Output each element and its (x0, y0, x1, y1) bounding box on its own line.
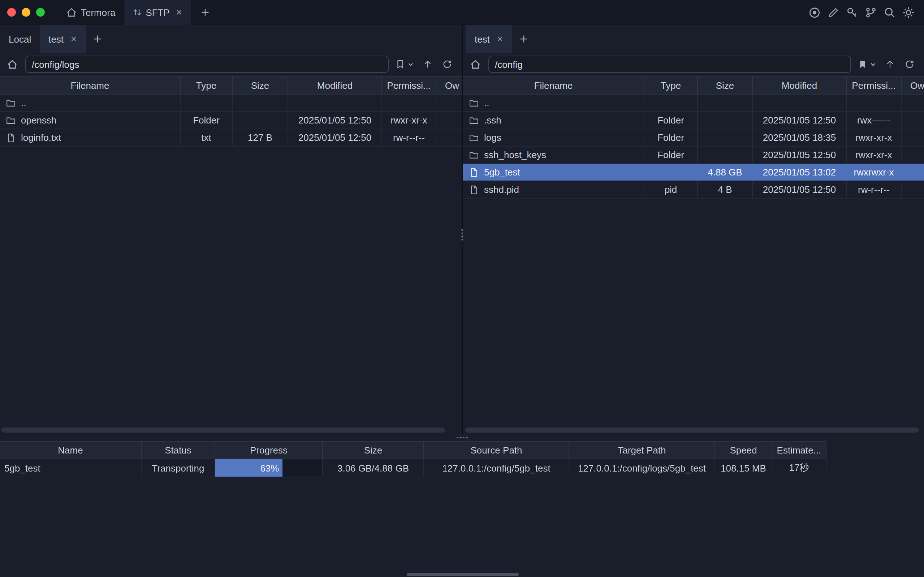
column-header-permissions[interactable]: Permissi... (382, 77, 436, 94)
file-row[interactable]: openssh Folder 2025/01/05 12:50 rwxr-xr-… (0, 112, 462, 129)
tab-test-left[interactable]: test (40, 25, 86, 53)
cell-size (233, 112, 288, 129)
zoom-window-button[interactable] (36, 8, 45, 17)
file-row[interactable]: loginfo.txt txt 127 B 2025/01/05 12:50 r… (0, 129, 462, 147)
parent-directory-button[interactable] (883, 57, 897, 71)
cell-modified: 2025/01/05 18:35 (753, 129, 847, 146)
right-pane: test Filename Typ (463, 25, 924, 434)
close-window-button[interactable] (7, 8, 16, 17)
bookmarks-button[interactable] (856, 57, 878, 71)
port-forwarding-button[interactable] (865, 6, 877, 18)
cell-type: txt (181, 129, 233, 146)
transfers-column-speed: Speed (715, 442, 772, 459)
cell-filename: sshd.pid (463, 181, 644, 198)
cell-filename: loginfo.txt (0, 129, 181, 146)
file-row[interactable]: .. (463, 95, 924, 112)
termora-window: Termora SFTP Local te (0, 0, 924, 577)
transfer-speed: 108.15 MB (715, 459, 772, 477)
transfer-progress-cell: 63% (215, 459, 323, 477)
file-row[interactable]: .. (0, 95, 462, 112)
column-header-size[interactable]: Size (233, 77, 288, 94)
column-header-owner[interactable]: Ow (436, 77, 462, 94)
cell-type: Folder (644, 129, 698, 146)
tab-local-label: Local (9, 34, 31, 44)
transfers-horizontal-scrollbar[interactable] (407, 573, 519, 576)
cell-size (698, 95, 753, 111)
horizontal-scrollbar[interactable] (2, 427, 445, 433)
transfer-name: 5gb_test (0, 459, 142, 477)
column-header-size[interactable]: Size (698, 77, 753, 94)
cell-type: pid (644, 181, 698, 198)
minimize-window-button[interactable] (22, 8, 31, 17)
left-pathbar (0, 53, 462, 76)
key-manager-button[interactable] (846, 6, 858, 18)
column-header-owner[interactable]: Ow (901, 77, 924, 94)
plus-icon (92, 34, 103, 44)
cell-filename: ssh_host_keys (463, 147, 644, 163)
file-name: 5gb_test (484, 167, 520, 178)
search-button[interactable] (884, 6, 896, 18)
transfer-estimate: 17秒 (772, 459, 826, 477)
cell-modified: 2025/01/05 12:50 (753, 147, 847, 163)
home-button[interactable] (468, 56, 483, 72)
file-row[interactable]: sshd.pid pid 4 B 2025/01/05 12:50 rw-r--… (463, 181, 924, 198)
folder-icon (469, 150, 479, 160)
right-pathbar (463, 53, 924, 76)
close-icon[interactable] (70, 35, 77, 43)
file-icon (469, 167, 479, 177)
tab-local[interactable]: Local (0, 25, 40, 53)
cell-type: Folder (644, 147, 698, 163)
column-header-filename[interactable]: Filename (0, 77, 181, 94)
transfers-splitter[interactable] (0, 434, 924, 441)
splitter-grip[interactable] (456, 437, 468, 439)
file-icon (6, 132, 16, 143)
bookmarks-button[interactable] (394, 57, 415, 71)
tab-sftp[interactable]: SFTP (123, 0, 191, 25)
cell-owner (901, 112, 924, 129)
file-row[interactable]: logs Folder 2025/01/05 18:35 rwxr-xr-x (463, 129, 924, 147)
horizontal-scrollbar[interactable] (465, 427, 919, 433)
new-terminal-tab-button[interactable] (198, 5, 213, 19)
new-sftp-tab-button[interactable] (86, 25, 109, 53)
file-icon (469, 184, 479, 195)
macro-record-button[interactable] (808, 6, 821, 18)
path-input[interactable] (25, 56, 389, 73)
column-header-type[interactable]: Type (644, 77, 698, 94)
settings-button[interactable] (902, 6, 914, 18)
cell-permissions: rwxr-xr-x (382, 112, 436, 129)
cell-owner (901, 129, 924, 146)
tab-termora[interactable]: Termora (58, 0, 123, 25)
column-header-permissions[interactable]: Permissi... (847, 77, 901, 94)
new-sftp-tab-button[interactable] (512, 25, 535, 53)
path-input[interactable] (489, 56, 851, 73)
cell-filename: 5gb_test (463, 164, 644, 181)
cell-permissions: rwxr-xr-x (847, 129, 901, 146)
file-row[interactable]: ssh_host_keys Folder 2025/01/05 12:50 rw… (463, 147, 924, 164)
cell-permissions: rw-r--r-- (847, 181, 901, 198)
home-button[interactable] (4, 56, 20, 72)
bookmark-icon (858, 59, 868, 69)
left-pane-tabs: Local test (0, 25, 462, 53)
transfer-row[interactable]: 5gb_test Transporting 63% 3.06 GB/4.88 G… (0, 459, 826, 477)
refresh-button[interactable] (902, 57, 917, 71)
parent-directory-button[interactable] (421, 57, 435, 71)
cell-type: Folder (181, 112, 233, 129)
refresh-button[interactable] (440, 57, 455, 71)
chevron-down-icon (408, 61, 414, 68)
cell-modified (288, 95, 382, 111)
highlight-button[interactable] (827, 6, 840, 18)
cell-type: Folder (644, 112, 698, 129)
close-icon[interactable] (176, 9, 183, 16)
file-name: .. (21, 97, 26, 108)
transfers-header: Name Status Progress Size Source Path Ta… (0, 441, 826, 459)
file-row[interactable]: .ssh Folder 2025/01/05 12:50 rwx------ (463, 112, 924, 129)
column-header-type[interactable]: Type (181, 77, 233, 94)
titlebar-actions (808, 6, 924, 18)
column-header-modified[interactable]: Modified (753, 77, 847, 94)
column-header-modified[interactable]: Modified (288, 77, 382, 94)
file-row-selected[interactable]: 5gb_test 4.88 GB 2025/01/05 13:02 rwxrwx… (463, 164, 924, 181)
tab-test-right[interactable]: test (466, 25, 512, 53)
cell-modified: 2025/01/05 12:50 (753, 181, 847, 198)
close-icon[interactable] (496, 35, 503, 43)
column-header-filename[interactable]: Filename (463, 77, 644, 94)
